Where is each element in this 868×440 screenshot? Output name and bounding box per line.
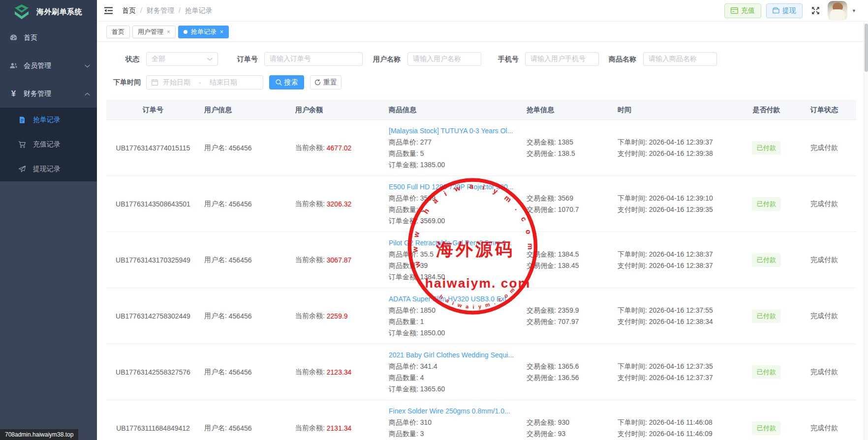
sidebar-item-finance[interactable]: ¥ 财务管理 xyxy=(0,80,97,108)
order-no: UB17763111684849412 xyxy=(106,400,200,440)
user-info: 用户名: 456456 xyxy=(204,400,288,440)
user-balance: 当前余额: 2131.34 xyxy=(295,400,384,440)
product-name-input[interactable]: 请输入商品名称 xyxy=(643,52,717,66)
col-order-no: 订单号 xyxy=(106,100,200,120)
withdraw-button[interactable]: 提现 xyxy=(766,3,803,18)
paid-cell: 已付款 xyxy=(741,176,792,232)
sidebar-menu: 海外刷单系统 首页 会员管理 ¥ 财务管理 xyxy=(0,0,97,181)
product-info: Finex Solder Wire 250gms 0.8mm/1.0... 商品… xyxy=(389,400,522,440)
app-title: 海外刷单系统 xyxy=(36,7,82,17)
table-row: UB17763142758302449 用户名: 456456 当前余额: 22… xyxy=(106,288,856,344)
phone-input[interactable]: 请输入用户手机号 xyxy=(525,52,599,66)
order-no-input[interactable]: 请输入订单号 xyxy=(264,52,363,66)
product-link[interactable]: ADATA Super Slim HV320 USB3.0 Ext... xyxy=(389,293,512,305)
scrollbar-thumb[interactable] xyxy=(865,24,868,72)
order-no: UB17763143508643501 xyxy=(106,176,200,232)
product-link[interactable]: [Malaysia Stock] TUTUYA 0-3 Years Ol... xyxy=(389,125,513,137)
col-product-info: 商品信息 xyxy=(389,100,416,120)
close-icon[interactable]: × xyxy=(220,29,223,35)
topbar: 首页/财务管理/抢单记录 充值 提现 ▼ xyxy=(97,0,868,22)
breadcrumb-home[interactable]: 首页 xyxy=(122,6,136,14)
order-no: UB17763143774015115 xyxy=(106,120,200,176)
col-time: 时间 xyxy=(618,100,631,120)
status-cell: 完成付款 xyxy=(792,232,856,288)
status-cell: 完成付款 xyxy=(792,400,856,440)
time-info: 下单时间: 2026-04-16 12:37:35 支付时间: 2026-04-… xyxy=(618,344,741,400)
product-info: ADATA Super Slim HV320 USB3.0 Ext... 商品单… xyxy=(389,288,522,344)
product-link[interactable]: E500 Full HD 1280 720P Projector 380... xyxy=(389,181,513,193)
product-link[interactable]: Pilot G2 Retractable Gel Pen 0.5mm 6... xyxy=(389,237,512,249)
user-balance: 当前余额: 2123.34 xyxy=(295,344,384,400)
sidebar-item-members[interactable]: 会员管理 xyxy=(0,52,97,80)
recharge-button[interactable]: 充值 xyxy=(724,3,761,18)
search-icon xyxy=(276,79,282,86)
user-info: 用户名: 456456 xyxy=(204,232,288,288)
document-icon xyxy=(18,116,26,124)
caret-down-icon[interactable]: ▼ xyxy=(852,8,856,13)
date-range-input[interactable]: 开始日期 - 结束日期 xyxy=(146,75,263,89)
paid-cell: 已付款 xyxy=(741,400,792,440)
product-link[interactable]: 2021 Baby Girl Clothes Wedding Sequi... xyxy=(389,350,514,361)
sidebar-item-label: 财务管理 xyxy=(24,89,85,98)
status-cell: 完成付款 xyxy=(792,344,856,400)
active-dot xyxy=(184,30,187,34)
sidebar-item-recharge-records[interactable]: 充值记录 xyxy=(0,132,97,157)
col-paid: 是否付款 xyxy=(741,100,792,120)
table-row: UB17763143774015115 用户名: 456456 当前余额: 46… xyxy=(106,120,856,176)
breadcrumb: 首页/财务管理/抢单记录 xyxy=(122,6,213,15)
status-label: 状态 xyxy=(125,52,139,66)
product-link[interactable]: Finex Solder Wire 250gms 0.8mm/1.0... xyxy=(389,406,510,417)
collapse-menu-icon[interactable] xyxy=(104,7,113,14)
link-preview-tooltip: 708admin.haiwaiym38.top xyxy=(0,429,78,440)
user-balance: 当前余额: 3067.87 xyxy=(295,232,384,288)
refresh-icon xyxy=(314,79,321,86)
topbar-actions: 充值 提现 ▼ xyxy=(724,1,856,21)
sidebar-item-label: 首页 xyxy=(24,33,90,42)
app-logo: 海外刷单系统 xyxy=(0,0,97,24)
yen-icon: ¥ xyxy=(9,89,18,98)
breadcrumb-finance[interactable]: 财务管理 xyxy=(147,6,174,14)
grab-info: 交易金额: 1385 交易佣金: 138.5 xyxy=(527,120,610,176)
sidebar-item-home[interactable]: 首页 xyxy=(0,24,97,52)
user-name-label: 用户名称 xyxy=(373,52,401,66)
sidebar: 海外刷单系统 首页 会员管理 ¥ 财务管理 xyxy=(0,0,97,440)
cart-icon xyxy=(18,141,26,149)
paid-badge: 已付款 xyxy=(752,421,781,435)
paper-plane-icon xyxy=(18,165,26,174)
time-info: 下单时间: 2026-04-16 12:38:37 支付时间: 2026-04-… xyxy=(618,232,741,288)
scrollbar[interactable] xyxy=(864,22,868,440)
fullscreen-icon[interactable] xyxy=(811,6,820,15)
sidebar-item-label: 充值记录 xyxy=(33,140,61,149)
order-no: UB17763142758302449 xyxy=(106,288,200,344)
table-row: UB17763143170325949 用户名: 456456 当前余额: 30… xyxy=(106,232,856,288)
product-info: 2021 Baby Girl Clothes Wedding Sequi... … xyxy=(389,344,522,400)
sidebar-item-grab-records[interactable]: 抢单记录 xyxy=(0,108,97,132)
grab-info: 交易金额: 3569 交易佣金: 1070.7 xyxy=(527,176,610,232)
avatar[interactable] xyxy=(828,1,847,21)
paid-badge: 已付款 xyxy=(752,309,781,323)
sidebar-item-label: 会员管理 xyxy=(24,61,85,70)
tab-user-management[interactable]: 用户管理× xyxy=(132,26,176,38)
table-row: UB17763142558327576 用户名: 456456 当前余额: 21… xyxy=(106,344,856,400)
orders-table: 订单号 用户信息 用户余额 商品信息 抢单信息 时间 是否付款 订单状态 UB1… xyxy=(106,100,856,440)
reset-button[interactable]: 重置 xyxy=(310,75,341,89)
status-select[interactable]: 全部 xyxy=(146,52,218,66)
phone-label: 手机号 xyxy=(498,52,519,66)
close-icon[interactable]: × xyxy=(167,29,170,35)
sidebar-item-withdraw-records[interactable]: 提现记录 xyxy=(0,157,97,181)
sidebar-item-label: 提现记录 xyxy=(33,165,61,174)
sidebar-item-label: 抢单记录 xyxy=(33,116,61,124)
search-button[interactable]: 搜索 xyxy=(269,75,304,89)
grab-info: 交易金额: 930 交易佣金: 93 xyxy=(527,400,610,440)
order-no-label: 订单号 xyxy=(237,52,258,66)
paid-badge: 已付款 xyxy=(752,365,781,379)
user-name-input[interactable]: 请输入用户名称 xyxy=(407,52,481,66)
tab-grab-records[interactable]: 抢单记录× xyxy=(178,26,229,38)
paid-cell: 已付款 xyxy=(741,344,792,400)
col-grab-info: 抢单信息 xyxy=(527,100,554,120)
tab-home[interactable]: 首页 xyxy=(106,26,130,38)
status-cell: 完成付款 xyxy=(792,120,856,176)
chevron-down-icon xyxy=(207,56,213,62)
chevron-up-icon xyxy=(85,91,90,97)
col-status: 订单状态 xyxy=(792,100,856,120)
